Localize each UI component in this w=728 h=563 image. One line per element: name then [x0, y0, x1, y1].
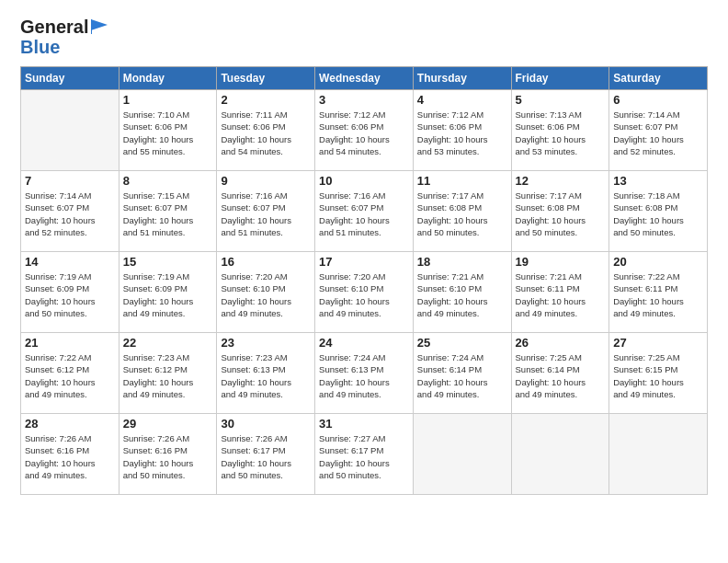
cell-info: Sunrise: 7:18 AM Sunset: 6:08 PM Dayligh…	[613, 190, 703, 238]
cell-info: Sunrise: 7:24 AM Sunset: 6:14 PM Dayligh…	[417, 351, 507, 400]
day-number: 16	[221, 255, 311, 269]
cell-info: Sunrise: 7:23 AM Sunset: 6:13 PM Dayligh…	[221, 351, 311, 400]
calendar-cell: 18Sunrise: 7:21 AM Sunset: 6:10 PM Dayli…	[413, 252, 511, 333]
calendar-cell: 3Sunrise: 7:12 AM Sunset: 6:06 PM Daylig…	[315, 90, 414, 171]
weekday-header: Tuesday	[217, 67, 315, 90]
day-number: 26	[516, 336, 606, 350]
day-number: 22	[123, 336, 213, 350]
cell-info: Sunrise: 7:16 AM Sunset: 6:07 PM Dayligh…	[221, 190, 311, 238]
logo-text-block: GeneralBlue	[20, 17, 109, 57]
calendar-cell: 25Sunrise: 7:24 AM Sunset: 6:14 PM Dayli…	[413, 333, 511, 414]
day-number: 15	[123, 255, 213, 269]
calendar-cell: 4Sunrise: 7:12 AM Sunset: 6:06 PM Daylig…	[413, 90, 511, 171]
weekday-header: Thursday	[413, 67, 511, 90]
day-number: 24	[319, 336, 409, 350]
day-number: 5	[516, 93, 606, 107]
calendar-cell: 21Sunrise: 7:22 AM Sunset: 6:12 PM Dayli…	[21, 333, 119, 414]
day-number: 4	[417, 93, 507, 107]
calendar-cell: 17Sunrise: 7:20 AM Sunset: 6:10 PM Dayli…	[315, 252, 414, 333]
cell-info: Sunrise: 7:14 AM Sunset: 6:07 PM Dayligh…	[25, 190, 115, 238]
cell-info: Sunrise: 7:17 AM Sunset: 6:08 PM Dayligh…	[417, 190, 507, 238]
calendar-week-row: 14Sunrise: 7:19 AM Sunset: 6:09 PM Dayli…	[21, 252, 708, 333]
cell-info: Sunrise: 7:12 AM Sunset: 6:06 PM Dayligh…	[417, 109, 507, 157]
cell-info: Sunrise: 7:20 AM Sunset: 6:10 PM Dayligh…	[319, 270, 409, 319]
cell-info: Sunrise: 7:25 AM Sunset: 6:14 PM Dayligh…	[516, 351, 606, 400]
cell-info: Sunrise: 7:13 AM Sunset: 6:06 PM Dayligh…	[516, 109, 606, 157]
logo-blue: Blue	[20, 37, 109, 57]
calendar-week-row: 7Sunrise: 7:14 AM Sunset: 6:07 PM Daylig…	[21, 171, 708, 252]
day-number: 21	[25, 336, 115, 350]
cell-info: Sunrise: 7:25 AM Sunset: 6:15 PM Dayligh…	[613, 351, 703, 400]
logo-general: General	[20, 17, 88, 37]
cell-info: Sunrise: 7:19 AM Sunset: 6:09 PM Dayligh…	[123, 270, 213, 319]
calendar-cell: 23Sunrise: 7:23 AM Sunset: 6:13 PM Dayli…	[217, 333, 315, 414]
cell-info: Sunrise: 7:16 AM Sunset: 6:07 PM Dayligh…	[319, 190, 409, 238]
day-number: 25	[417, 336, 507, 350]
calendar-cell	[511, 414, 609, 495]
calendar-cell: 16Sunrise: 7:20 AM Sunset: 6:10 PM Dayli…	[217, 252, 315, 333]
calendar-cell: 24Sunrise: 7:24 AM Sunset: 6:13 PM Dayli…	[315, 333, 414, 414]
calendar-cell: 20Sunrise: 7:22 AM Sunset: 6:11 PM Dayli…	[609, 252, 708, 333]
cell-info: Sunrise: 7:26 AM Sunset: 6:17 PM Dayligh…	[221, 432, 311, 481]
day-number: 8	[123, 174, 213, 188]
day-number: 19	[516, 255, 606, 269]
weekday-header: Monday	[119, 67, 217, 90]
svg-marker-0	[91, 19, 108, 30]
day-number: 2	[221, 93, 311, 107]
cell-info: Sunrise: 7:26 AM Sunset: 6:16 PM Dayligh…	[25, 432, 115, 481]
day-number: 1	[123, 93, 213, 107]
day-number: 7	[25, 174, 115, 188]
calendar-cell: 11Sunrise: 7:17 AM Sunset: 6:08 PM Dayli…	[413, 171, 511, 252]
cell-info: Sunrise: 7:24 AM Sunset: 6:13 PM Dayligh…	[319, 351, 409, 400]
day-number: 3	[319, 93, 409, 107]
cell-info: Sunrise: 7:17 AM Sunset: 6:08 PM Dayligh…	[516, 190, 606, 238]
calendar-cell: 13Sunrise: 7:18 AM Sunset: 6:08 PM Dayli…	[609, 171, 708, 252]
calendar-cell: 29Sunrise: 7:26 AM Sunset: 6:16 PM Dayli…	[119, 414, 217, 495]
calendar-cell: 27Sunrise: 7:25 AM Sunset: 6:15 PM Dayli…	[609, 333, 708, 414]
calendar-cell: 19Sunrise: 7:21 AM Sunset: 6:11 PM Dayli…	[511, 252, 609, 333]
calendar-cell: 14Sunrise: 7:19 AM Sunset: 6:09 PM Dayli…	[21, 252, 119, 333]
day-number: 11	[417, 174, 507, 188]
flag-icon	[91, 19, 109, 34]
cell-info: Sunrise: 7:26 AM Sunset: 6:16 PM Dayligh…	[123, 432, 213, 481]
day-number: 9	[221, 174, 311, 188]
day-number: 23	[221, 336, 311, 350]
weekday-header-row: SundayMondayTuesdayWednesdayThursdayFrid…	[21, 67, 708, 90]
day-number: 13	[613, 174, 703, 188]
cell-info: Sunrise: 7:27 AM Sunset: 6:17 PM Dayligh…	[319, 432, 409, 481]
day-number: 14	[25, 255, 115, 269]
calendar-cell: 8Sunrise: 7:15 AM Sunset: 6:07 PM Daylig…	[119, 171, 217, 252]
calendar-week-row: 21Sunrise: 7:22 AM Sunset: 6:12 PM Dayli…	[21, 333, 708, 414]
cell-info: Sunrise: 7:22 AM Sunset: 6:12 PM Dayligh…	[25, 351, 115, 400]
calendar-table: SundayMondayTuesdayWednesdayThursdayFrid…	[20, 66, 708, 495]
day-number: 27	[613, 336, 703, 350]
calendar-cell: 28Sunrise: 7:26 AM Sunset: 6:16 PM Dayli…	[21, 414, 119, 495]
day-number: 20	[613, 255, 703, 269]
day-number: 28	[25, 417, 115, 431]
calendar-cell: 10Sunrise: 7:16 AM Sunset: 6:07 PM Dayli…	[315, 171, 414, 252]
day-number: 6	[613, 93, 703, 107]
page: GeneralBlue SundayMondayTuesdayWednesday…	[0, 0, 728, 563]
calendar-cell: 12Sunrise: 7:17 AM Sunset: 6:08 PM Dayli…	[511, 171, 609, 252]
weekday-header: Saturday	[609, 67, 708, 90]
weekday-header: Friday	[511, 67, 609, 90]
calendar-cell	[609, 414, 708, 495]
cell-info: Sunrise: 7:10 AM Sunset: 6:06 PM Dayligh…	[123, 109, 213, 157]
cell-info: Sunrise: 7:11 AM Sunset: 6:06 PM Dayligh…	[221, 109, 311, 157]
cell-info: Sunrise: 7:23 AM Sunset: 6:12 PM Dayligh…	[123, 351, 213, 400]
day-number: 17	[319, 255, 409, 269]
header: GeneralBlue	[20, 17, 708, 57]
calendar-cell: 5Sunrise: 7:13 AM Sunset: 6:06 PM Daylig…	[511, 90, 609, 171]
calendar-week-row: 28Sunrise: 7:26 AM Sunset: 6:16 PM Dayli…	[21, 414, 708, 495]
calendar-cell: 30Sunrise: 7:26 AM Sunset: 6:17 PM Dayli…	[217, 414, 315, 495]
calendar-cell: 7Sunrise: 7:14 AM Sunset: 6:07 PM Daylig…	[21, 171, 119, 252]
calendar-cell: 2Sunrise: 7:11 AM Sunset: 6:06 PM Daylig…	[217, 90, 315, 171]
day-number: 29	[123, 417, 213, 431]
calendar-cell: 6Sunrise: 7:14 AM Sunset: 6:07 PM Daylig…	[609, 90, 708, 171]
cell-info: Sunrise: 7:22 AM Sunset: 6:11 PM Dayligh…	[613, 270, 703, 319]
calendar-cell: 22Sunrise: 7:23 AM Sunset: 6:12 PM Dayli…	[119, 333, 217, 414]
calendar-cell: 1Sunrise: 7:10 AM Sunset: 6:06 PM Daylig…	[119, 90, 217, 171]
weekday-header: Wednesday	[315, 67, 414, 90]
day-number: 12	[516, 174, 606, 188]
calendar-cell: 9Sunrise: 7:16 AM Sunset: 6:07 PM Daylig…	[217, 171, 315, 252]
